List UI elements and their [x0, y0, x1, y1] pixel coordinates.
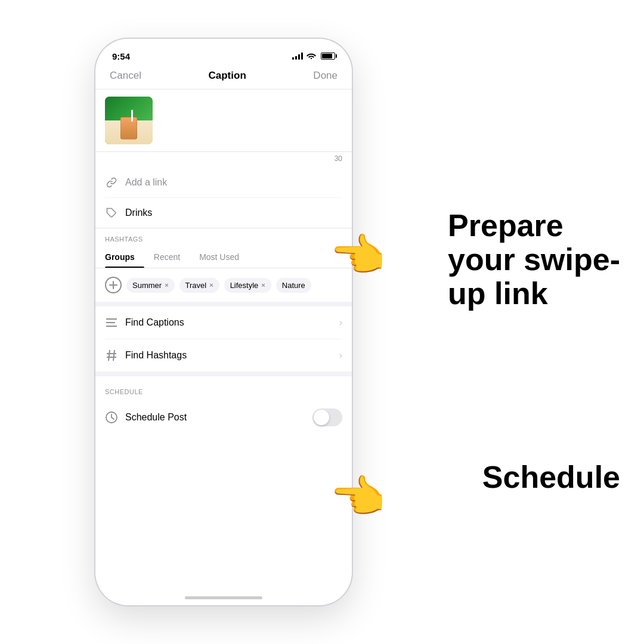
find-hashtags-row[interactable]: Find Hashtags ›	[105, 339, 342, 371]
battery-icon	[321, 52, 335, 60]
tag-icon	[105, 206, 118, 219]
phone-mockup: 9:54	[95, 39, 352, 605]
schedule-section: SCHEDULE Schedule Post	[95, 381, 352, 435]
find-captions-label: Find Captions	[125, 317, 184, 328]
section-divider	[95, 302, 352, 306]
char-count: 30	[95, 152, 352, 168]
remove-travel-tag[interactable]: ×	[209, 281, 213, 289]
schedule-post-row: Schedule Post	[105, 400, 342, 435]
tag-nature[interactable]: Nature	[276, 278, 311, 293]
status-bar: 9:54	[95, 39, 352, 65]
page: 9:54	[0, 0, 644, 644]
signal-icon	[292, 52, 303, 60]
tab-most-used[interactable]: Most Used	[190, 247, 249, 268]
cancel-button[interactable]: Cancel	[110, 70, 141, 82]
category-row[interactable]: Drinks	[105, 198, 342, 228]
add-link-placeholder: Add a link	[125, 177, 167, 188]
schedule-hand-icon: 👉	[331, 471, 387, 524]
post-preview-section	[95, 89, 352, 152]
remove-lifestyle-tag[interactable]: ×	[261, 281, 265, 289]
list-icon	[105, 316, 118, 329]
remove-summer-tag[interactable]: ×	[165, 281, 168, 289]
find-section: Find Captions ›	[95, 306, 352, 371]
schedule-section-label: SCHEDULE	[105, 381, 342, 400]
status-time: 9:54	[112, 51, 130, 61]
hashtags-section: HASHTAGS Groups Recent Most Used	[95, 228, 352, 302]
link-section: Add a link Drinks	[95, 168, 352, 228]
swipe-up-annotation: Prepare your swipe- up link	[448, 209, 620, 311]
tag-travel[interactable]: Travel ×	[179, 278, 219, 293]
wifi-icon	[306, 52, 316, 61]
hash-icon	[105, 349, 118, 362]
tab-groups[interactable]: Groups	[105, 247, 144, 268]
schedule-annotation: Schedule	[482, 459, 620, 495]
add-link-row[interactable]: Add a link	[105, 168, 342, 198]
clock-icon	[105, 411, 118, 424]
svg-line-7	[113, 350, 114, 361]
caption-text-area[interactable]	[160, 97, 342, 144]
nav-bar: Cancel Caption Done	[95, 65, 352, 89]
status-icons	[292, 52, 335, 61]
schedule-divider	[95, 371, 352, 376]
home-indicator	[185, 596, 262, 599]
swipe-up-hand-icon: 👉	[331, 230, 387, 282]
tag-summer[interactable]: Summer ×	[126, 278, 175, 293]
post-thumbnail	[105, 97, 153, 144]
hashtag-tabs: Groups Recent Most Used	[95, 247, 352, 268]
chevron-right-captions: ›	[339, 317, 342, 328]
done-button[interactable]: Done	[313, 70, 338, 82]
tag-lifestyle[interactable]: Lifestyle ×	[224, 278, 271, 293]
schedule-toggle[interactable]	[312, 408, 342, 426]
phone-screen: 9:54	[95, 39, 352, 605]
hashtags-label: HASHTAGS	[105, 228, 342, 247]
nav-title: Caption	[209, 70, 246, 82]
schedule-post-label: Schedule Post	[125, 412, 187, 423]
find-captions-row[interactable]: Find Captions ›	[105, 306, 342, 339]
svg-line-6	[109, 350, 110, 361]
link-icon	[105, 176, 118, 189]
svg-line-12	[112, 417, 114, 419]
add-tag-button[interactable]	[105, 277, 122, 293]
category-label: Drinks	[125, 208, 152, 218]
tags-row: Summer × Travel × Lifestyle × Nature	[105, 268, 342, 302]
tab-recent[interactable]: Recent	[144, 247, 190, 268]
find-hashtags-label: Find Hashtags	[125, 350, 187, 361]
chevron-right-hashtags: ›	[339, 350, 342, 361]
